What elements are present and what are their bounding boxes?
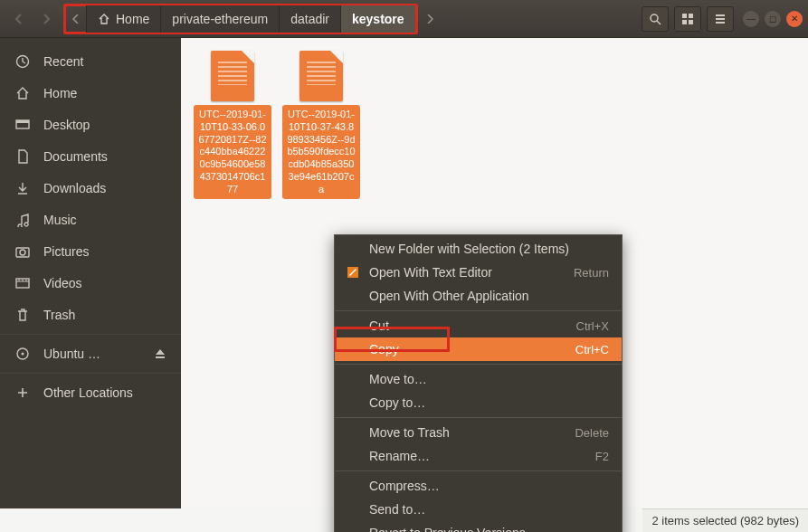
sidebar-item-label: Ubuntu … (43, 347, 100, 361)
disc-icon (14, 347, 31, 361)
menu-item-label: Rename… (369, 449, 430, 463)
menu-item-label: Move to Trash (369, 425, 450, 440)
menu-item-new-folder-with-selection-items[interactable]: New Folder with Selection (2 Items) (335, 237, 622, 261)
sidebar-item-documents[interactable]: Documents (0, 140, 181, 172)
sidebar-item-label: Pictures (43, 244, 90, 259)
menu-item-send-to[interactable]: Send to… (335, 498, 622, 521)
editor-icon (346, 265, 360, 280)
breadcrumb-private-ethereum[interactable]: private-ethereum (160, 5, 279, 33)
breadcrumb-label: Home (116, 12, 149, 26)
sidebar-item-ubuntu-[interactable]: Ubuntu … (0, 334, 181, 369)
menu-item-shortcut: Delete (575, 426, 609, 440)
plus-icon (14, 385, 31, 400)
menu-item-cut[interactable]: CutCtrl+X (335, 314, 622, 337)
svg-rect-7 (16, 120, 29, 123)
maximize-button[interactable]: ◻ (765, 11, 781, 27)
minimize-button[interactable]: — (743, 11, 759, 27)
menu-item-open-with-text-editor[interactable]: Open With Text EditorReturn (335, 261, 622, 284)
file-icon (299, 51, 343, 101)
breadcrumb-home[interactable]: Home (86, 5, 160, 33)
sidebar-item-trash[interactable]: Trash (0, 299, 181, 330)
sidebar-item-label: Other Locations (43, 385, 133, 400)
menu-item-revert-to-previous-versions[interactable]: Revert to Previous Versions… (335, 521, 622, 532)
sidebar-item-videos[interactable]: Videos (0, 267, 181, 299)
sidebar-item-label: Downloads (43, 181, 106, 195)
close-button[interactable]: ✕ (786, 11, 803, 27)
download-icon (14, 181, 31, 195)
menu-item-label: Open With Other Application (369, 289, 529, 303)
menu-item-copy-to[interactable]: Copy to… (335, 391, 622, 414)
status-bar: 2 items selected (982 bytes) (642, 508, 808, 532)
menu-item-label: Copy (369, 342, 399, 356)
hamburger-button[interactable] (707, 6, 734, 32)
menu-item-compress[interactable]: Compress… (335, 474, 622, 498)
menu-separator (335, 364, 622, 365)
file-icon (211, 51, 254, 101)
video-icon (14, 276, 31, 290)
breadcrumb-keystore[interactable]: keystore (340, 5, 415, 33)
sidebar-item-label: Videos (43, 276, 82, 290)
menu-item-move-to-trash[interactable]: Move to TrashDelete (335, 421, 622, 444)
svg-rect-2 (689, 14, 693, 18)
breadcrumb-right-icon[interactable] (420, 5, 440, 33)
sidebar-item-pictures[interactable]: Pictures (0, 235, 181, 267)
file-label: UTC--2019-01-10T10-37-43.898933456Z--9db… (282, 105, 360, 199)
menu-item-shortcut: Ctrl+X (576, 319, 609, 333)
menu-item-label: Compress… (369, 479, 440, 493)
file-item[interactable]: UTC--2019-01-10T10-33-06.067720817Z--82c… (194, 51, 271, 199)
sidebar-item-downloads[interactable]: Downloads (0, 172, 181, 204)
eject-icon[interactable] (154, 347, 166, 360)
breadcrumb-label: keystore (352, 12, 404, 26)
menu-item-label: Cut (369, 318, 389, 333)
breadcrumb-label: datadir (290, 12, 329, 26)
menu-item-label: Revert to Previous Versions… (369, 526, 538, 532)
back-button[interactable] (5, 5, 33, 33)
status-text: 2 items selected (982 bytes) (651, 514, 799, 527)
menu-item-label: Copy to… (369, 395, 425, 410)
breadcrumb-datadir[interactable]: datadir (279, 5, 340, 33)
forward-button[interactable] (33, 5, 60, 33)
home-icon (14, 86, 31, 100)
camera-icon (14, 244, 31, 259)
svg-point-9 (20, 250, 25, 255)
sidebar-item-other-locations[interactable]: Other Locations (0, 373, 181, 408)
svg-point-12 (22, 353, 24, 356)
file-label: UTC--2019-01-10T10-33-06.067720817Z--82c… (194, 105, 271, 199)
menu-item-shortcut: Ctrl+C (575, 343, 609, 356)
sidebar-item-label: Recent (43, 54, 83, 69)
view-grid-button[interactable] (674, 6, 701, 32)
svg-point-0 (651, 14, 658, 22)
document-icon (14, 149, 31, 164)
svg-rect-3 (682, 20, 687, 24)
menu-item-open-with-other-application[interactable]: Open With Other Application (335, 284, 622, 308)
sidebar-item-label: Desktop (43, 118, 90, 132)
sidebar-item-label: Music (43, 213, 77, 227)
menu-item-move-to[interactable]: Move to… (335, 367, 622, 391)
svg-rect-1 (682, 14, 687, 18)
menu-separator (335, 310, 622, 311)
sidebar-item-desktop[interactable]: Desktop (0, 109, 181, 140)
breadcrumb-left-icon[interactable] (66, 5, 86, 33)
menu-item-rename[interactable]: Rename…F2 (335, 444, 622, 468)
file-item[interactable]: UTC--2019-01-10T10-37-43.898933456Z--9db… (282, 51, 360, 199)
sidebar-item-home[interactable]: Home (0, 77, 181, 109)
search-button[interactable] (642, 6, 669, 32)
toolbar-right (642, 6, 734, 32)
menu-item-label: Send to… (369, 502, 425, 517)
sidebar-item-music[interactable]: Music (0, 204, 181, 235)
window-controls: — ◻ ✕ (743, 11, 803, 27)
sidebar-item-recent[interactable]: Recent (0, 45, 181, 77)
breadcrumb: Home private-ethereum datadir keystore (63, 4, 418, 34)
menu-item-copy[interactable]: CopyCtrl+C (335, 337, 622, 361)
clock-icon (14, 54, 31, 69)
menu-item-label: Move to… (369, 372, 427, 386)
menu-separator (335, 417, 622, 418)
sidebar: RecentHomeDesktopDocumentsDownloadsMusic… (0, 38, 181, 508)
menu-item-shortcut: Return (574, 266, 609, 280)
menu-separator (335, 470, 622, 471)
menu-item-label: Open With Text Editor (369, 265, 492, 280)
sidebar-item-label: Home (43, 86, 77, 100)
menu-item-label: New Folder with Selection (2 Items) (369, 242, 569, 256)
svg-rect-4 (689, 20, 693, 24)
music-icon (14, 213, 31, 227)
